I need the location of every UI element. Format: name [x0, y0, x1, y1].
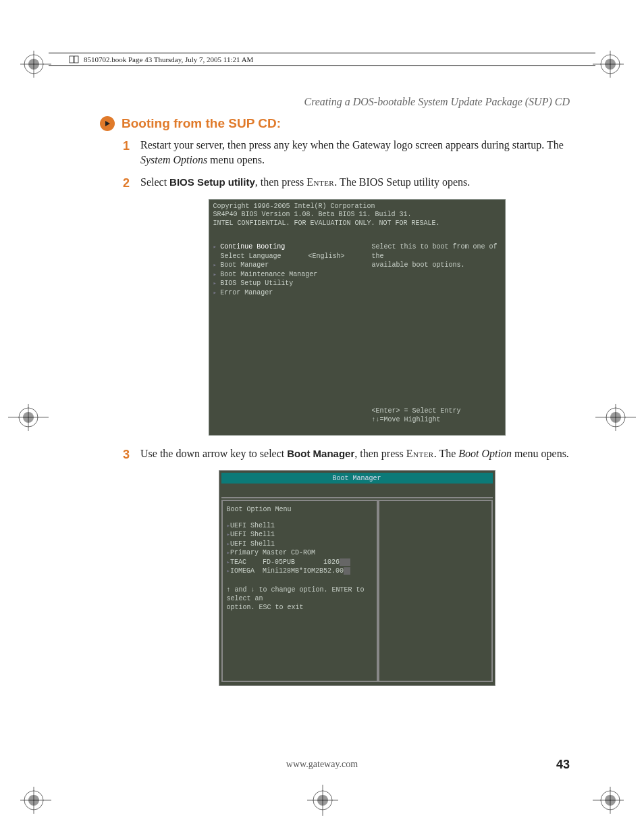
crop-mark-icon: [20, 783, 51, 814]
footer-url: www.gateway.com: [286, 759, 358, 769]
crop-mark-icon: [593, 51, 624, 82]
section-title: Booting from the SUP CD:: [122, 116, 281, 131]
crop-mark-icon: [8, 404, 49, 431]
svg-rect-28: [70, 56, 74, 63]
svg-marker-30: [105, 121, 110, 126]
crop-mark-icon: [593, 783, 624, 814]
page-number: 43: [556, 758, 570, 772]
crop-mark-icon: [20, 51, 51, 82]
running-head: Creating a DOS-bootable System Update Pa…: [304, 96, 570, 108]
crop-mark-icon: [307, 785, 338, 816]
play-icon: [100, 116, 115, 131]
screenshot-boot-manager: Boot Manager Boot Option Menu UEFI Shell…: [219, 470, 495, 686]
step-1: Restart your server, then press any key …: [123, 138, 573, 167]
book-header: 8510702.book Page 43 Thursday, July 7, 2…: [49, 53, 595, 66]
screenshot-system-options: Copyright 1996-2005 Intel(R) Corporation…: [209, 199, 506, 436]
crop-mark-icon: [595, 404, 636, 431]
step-3: Use the down arrow key to select Boot Ma…: [123, 446, 573, 687]
step-2: Select BIOS Setup utility, then press En…: [123, 175, 573, 436]
boot-manager-title: Boot Manager: [221, 473, 493, 484]
book-header-text: 8510702.book Page 43 Thursday, July 7, 2…: [84, 55, 253, 63]
book-icon: [69, 55, 80, 64]
svg-rect-29: [74, 56, 78, 63]
